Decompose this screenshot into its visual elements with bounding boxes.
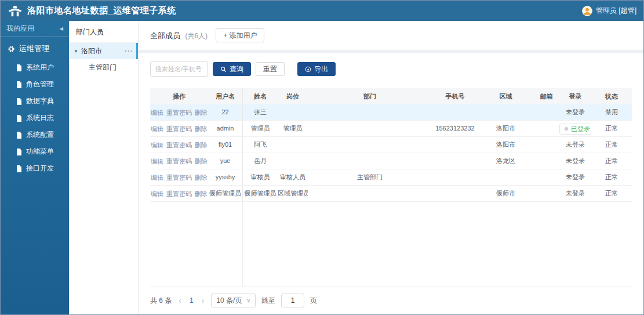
prev-page-button[interactable]: ‹ [177, 296, 183, 305]
query-button[interactable]: 查询 [213, 62, 251, 76]
edit-action[interactable]: 编辑 [151, 121, 163, 136]
reset-password-action[interactable]: 重置密码 [166, 170, 192, 185]
delete-action[interactable]: 删除 [195, 121, 208, 136]
sidebar-menu-item[interactable]: 系统日志 [1, 110, 69, 126]
next-page-button[interactable]: › [201, 296, 206, 305]
delete-action[interactable]: 删除 [195, 170, 208, 185]
table-row[interactable]: 编辑 重置密码 删除 偃师管理员 偃师管理员 区域管理员 偃师市 未登录 正常 [150, 186, 632, 202]
add-user-button[interactable]: + 添加用户 [216, 28, 264, 42]
department-cell [308, 137, 432, 153]
column-header[interactable]: 手机号 [432, 88, 478, 104]
edit-action[interactable]: 编辑 [151, 105, 163, 120]
reset-password-action[interactable]: 重置密码 [166, 186, 192, 201]
login-cell: 未登录 [559, 137, 591, 153]
sidebar: 我的应用 ◀ 运维管理 系统用户 角色管理 数据字典 [1, 21, 69, 314]
column-header[interactable]: 用户名 [208, 88, 243, 104]
reset-password-action[interactable]: 重置密码 [166, 121, 192, 136]
name-cell: 偃师管理员 [243, 186, 278, 201]
edit-action[interactable]: 编辑 [151, 170, 163, 185]
name-cell: 岳月 [243, 153, 278, 169]
name-cell: 管理员 [243, 121, 278, 136]
jump-page-input[interactable] [281, 294, 304, 307]
export-button[interactable]: 导出 [297, 62, 336, 76]
phone-cell [432, 137, 478, 153]
sidebar-menu: 系统用户 角色管理 数据字典 系统日志 系统配置 功能菜单 [1, 59, 69, 177]
table-row[interactable]: 编辑 重置密码 删除 fly01 阿飞 洛阳市 未登录 正常 [150, 137, 632, 153]
tree-node-label: 洛阳市 [81, 46, 125, 56]
sidebar-section-header[interactable]: 我的应用 ◀ [1, 21, 69, 37]
reset-button[interactable]: 重置 [256, 62, 285, 76]
reset-password-action[interactable]: 重置密码 [166, 105, 192, 120]
avatar[interactable] [582, 6, 592, 16]
delete-action[interactable]: 删除 [195, 137, 208, 153]
department-cell: 主管部门 [308, 169, 432, 185]
column-header[interactable]: 操作 [150, 88, 208, 104]
document-icon [16, 64, 22, 71]
sidebar-menu-item[interactable]: 接口开发 [1, 160, 69, 177]
chevron-down-icon[interactable]: ▼ [74, 49, 78, 54]
actions-cell: 编辑 重置密码 删除 [150, 137, 208, 153]
delete-action[interactable]: 删除 [195, 105, 208, 120]
sidebar-menu-item-label: 接口开发 [26, 164, 54, 173]
column-header[interactable]: 邮箱 [533, 88, 559, 104]
user-menu[interactable]: 管理员 [超管] [582, 6, 636, 16]
sidebar-menu-item[interactable]: 数据字典 [1, 93, 69, 110]
sidebar-menu-item-label: 系统用户 [26, 63, 54, 73]
tree-panel-title: 部门人员 [69, 21, 138, 43]
column-header[interactable]: 登录 [559, 88, 591, 104]
table-row[interactable]: 编辑 重置密码 删除 22 张三 未登录 禁用 [150, 104, 632, 121]
column-header[interactable]: 区域 [478, 88, 533, 104]
login-cell: 未登录 [559, 186, 591, 201]
phone-cell [432, 169, 478, 185]
position-cell [278, 137, 308, 153]
column-header[interactable]: 姓名 [243, 88, 278, 104]
actions-cell: 编辑 重置密码 删除 [150, 153, 208, 169]
user-name-label: 管理员 [超管] [596, 6, 636, 16]
table-row[interactable]: 编辑 重置密码 删除 yue 岳月 洛龙区 未登录 正常 [150, 153, 632, 169]
phone-cell: 15623123232 [432, 121, 478, 136]
table-row[interactable]: 编辑 重置密码 删除 yysshy 审核员 审核人员 主管部门 未登录 正常 [150, 169, 632, 186]
document-icon [16, 165, 22, 172]
reset-password-action[interactable]: 重置密码 [166, 154, 192, 169]
column-header[interactable]: 状态 [591, 88, 632, 104]
members-bar: 全部成员 (共6人) + 添加用户 [139, 21, 643, 50]
more-icon[interactable]: ··· [125, 47, 133, 55]
tree-node-child[interactable]: 主管部门 [69, 59, 138, 75]
sidebar-group-ops-management[interactable]: 运维管理 [1, 37, 69, 59]
jump-prefix-label: 跳至 [261, 296, 275, 306]
status-dot-icon [565, 127, 568, 131]
app-logo-gate-icon [8, 5, 23, 17]
edit-action[interactable]: 编辑 [151, 137, 163, 153]
login-status-text: 未登录 [566, 141, 585, 148]
status-cell: 正常 [591, 169, 632, 185]
edit-action[interactable]: 编辑 [151, 154, 163, 169]
search-input[interactable] [150, 61, 208, 77]
sidebar-menu-item[interactable]: 系统用户 [1, 59, 69, 76]
sidebar-menu-item[interactable]: 系统配置 [1, 126, 69, 143]
jump-suffix-label: 页 [310, 296, 317, 306]
sidebar-menu-item[interactable]: 功能菜单 [1, 143, 69, 160]
column-header[interactable]: 部门 [308, 88, 432, 104]
current-page[interactable]: 1 [188, 296, 195, 305]
username-cell: yue [208, 153, 243, 169]
fixed-column-divider [150, 202, 243, 287]
column-header[interactable]: 岗位 [278, 88, 308, 104]
table-row[interactable]: 编辑 重置密码 删除 admin 管理员 管理员 15623123232 洛阳市… [150, 121, 632, 137]
position-cell: 审核人员 [278, 169, 308, 185]
edit-action[interactable]: 编辑 [151, 186, 163, 201]
delete-action[interactable]: 删除 [195, 186, 208, 201]
sidebar-menu-item[interactable]: 角色管理 [1, 76, 69, 93]
reset-password-action[interactable]: 重置密码 [166, 137, 192, 153]
delete-action[interactable]: 删除 [195, 154, 208, 169]
status-cell: 正常 [591, 153, 632, 169]
region-cell: 洛阳市 [478, 121, 533, 136]
login-status-text: 未登录 [566, 157, 585, 164]
username-cell: 偃师管理员 [208, 186, 243, 201]
collapse-sidebar-icon[interactable]: ◀ [60, 26, 63, 31]
gear-icon [8, 45, 15, 53]
department-cell [308, 153, 432, 169]
tree-node-root[interactable]: ▼ 洛阳市 ··· [69, 43, 138, 59]
page-size-select[interactable]: 10 条/页 ∨ [211, 294, 256, 307]
phone-cell [432, 104, 478, 120]
actions-cell: 编辑 重置密码 删除 [150, 104, 208, 120]
